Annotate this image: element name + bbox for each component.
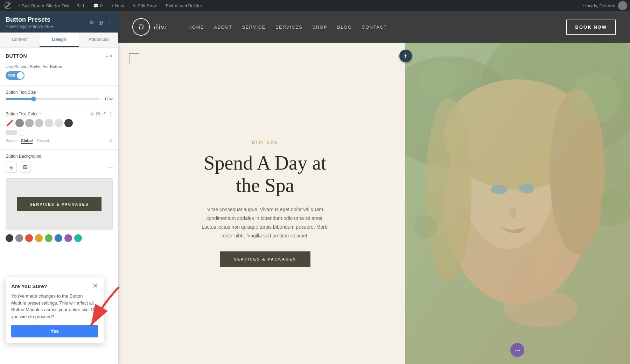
admin-bar-right: Howdy, Deanna [583, 1, 627, 10]
svg-point-8 [550, 88, 605, 254]
admin-bar-new[interactable]: + New [108, 0, 127, 11]
hero-left: DIVI SPA Spend A Day at the Spa Vitae co… [118, 43, 405, 364]
admin-bar-comments[interactable]: 💬 0 [90, 0, 105, 11]
svg-point-11 [519, 184, 534, 193]
color-dark[interactable] [64, 119, 73, 127]
chevron-down-icon: ▾ [51, 24, 53, 29]
color-gray-1[interactable] [15, 119, 24, 127]
hero-cta-button[interactable]: SERVICES & PACKAGES [220, 251, 310, 267]
swatch-green[interactable] [45, 234, 52, 242]
text-color-field: Button Text Color ? ⧉ ⬒ ↺ ⋮ [6, 111, 113, 144]
bg-image-icon[interactable]: 🖼 [20, 162, 31, 173]
swatch-blue[interactable] [55, 234, 62, 242]
svg-point-16 [570, 72, 621, 123]
copy-icon[interactable]: ⧉ [91, 111, 94, 117]
site-nav: HOME ABOUT SERVICE SERVICES SHOP BLOG CO… [188, 24, 387, 30]
logo-text: divi [154, 22, 167, 31]
sidebar-panel: Button Presets Preset: Spa Primary 3D ▾ … [0, 11, 118, 364]
tab-content[interactable]: Content [0, 33, 40, 47]
section-collapse-icon[interactable]: ▴ ✕ [106, 53, 113, 58]
color-gray-2[interactable] [25, 119, 34, 127]
text-size-value: 17px [102, 97, 113, 101]
add-color-icon[interactable]: ↺ [109, 138, 113, 144]
admin-bar-exit-builder[interactable]: Exit Visual Builder [163, 0, 205, 11]
hero-right: ⋯ [405, 43, 630, 364]
confirm-yes-button[interactable]: Yes [11, 325, 98, 337]
color-white-small[interactable] [18, 129, 24, 136]
color-gray-3[interactable] [35, 119, 43, 127]
color-gray-4[interactable] [45, 119, 53, 127]
hero-section: DIVI SPA Spend A Day at the Spa Vitae co… [118, 43, 630, 364]
nav-services[interactable]: SERVICES [275, 24, 303, 30]
bg-field: Button Background ◈ 🖼 — [6, 154, 113, 173]
custom-styles-field: Use Custom Styles For Button YES [6, 64, 113, 80]
nav-contact[interactable]: CONTACT [362, 24, 387, 30]
hero-subtitle: DIVI SPA [198, 140, 331, 145]
bg-value: — [108, 165, 113, 170]
svg-point-15 [421, 61, 458, 98]
swatch-orange[interactable] [35, 234, 43, 242]
color-transparent[interactable] [6, 119, 14, 127]
color-swatch-row [6, 119, 113, 127]
wp-logo-icon[interactable] [3, 1, 13, 10]
swatch-teal[interactable] [74, 234, 82, 242]
button-preview-box: SERVICES & PACKAGES [6, 178, 113, 230]
book-now-button[interactable]: BOOK NOW [566, 20, 616, 35]
color-gray-5[interactable] [55, 119, 63, 127]
swatch-gray[interactable] [15, 234, 23, 242]
color-extra-row [6, 129, 113, 136]
sub-tab-saved[interactable]: Saved [6, 138, 16, 144]
svg-point-14 [504, 291, 577, 327]
svg-rect-13 [504, 263, 531, 300]
nav-home[interactable]: HOME [188, 24, 204, 30]
hero-photo [405, 43, 630, 364]
svg-point-5 [444, 102, 591, 305]
color-sub-tabs: Saved Global Recent ↺ [6, 138, 113, 144]
button-section-title: Button [6, 53, 27, 59]
paste-icon[interactable]: ⬒ [96, 111, 100, 117]
text-size-label: Button Text Size [6, 90, 113, 95]
hero-body: Vitae consequat augue. Vivamus eget dolo… [198, 205, 331, 241]
swatch-dark[interactable] [6, 234, 13, 242]
panel-subtitle[interactable]: Preset: Spa Primary 3D ▾ [6, 24, 53, 29]
text-size-slider-row: 17px [6, 97, 113, 101]
wp-admin-bar: ⌂ Spa Starter Site for Divi ↻ 1 💬 0 + Ne… [0, 0, 630, 11]
nav-about[interactable]: ABOUT [214, 24, 232, 30]
main-layout: Button Presets Preset: Spa Primary 3D ▾ … [0, 11, 630, 364]
tab-advanced[interactable]: Advanced [79, 33, 118, 47]
slider-fill [6, 98, 34, 100]
more-options-icon[interactable]: ⋮ [108, 111, 113, 117]
panel-more-icon[interactable]: ⋮ [107, 19, 113, 26]
tab-design[interactable]: Design [40, 33, 79, 47]
add-module-button[interactable]: + [399, 50, 412, 62]
site-logo[interactable]: D divi [132, 18, 167, 36]
nav-shop[interactable]: SHOP [312, 24, 327, 30]
sub-tab-recent[interactable]: Recent [37, 138, 49, 144]
three-dots-button[interactable]: ⋯ [510, 343, 524, 357]
panel-layout-icon[interactable]: ⊞ [98, 19, 103, 26]
sub-tab-global[interactable]: Global [21, 138, 33, 144]
color-light-rect[interactable] [6, 130, 17, 135]
admin-bar-site[interactable]: ⌂ Spa Starter Site for Divi [15, 3, 71, 8]
slider-thumb[interactable] [31, 97, 36, 101]
custom-styles-toggle[interactable]: YES [6, 71, 24, 80]
nav-blog[interactable]: BLOG [337, 24, 352, 30]
custom-styles-toggle-wrap: YES [6, 71, 113, 80]
confirm-close-button[interactable]: ✕ [93, 283, 98, 289]
swatch-red[interactable] [25, 234, 33, 242]
nav-service[interactable]: SERVICE [242, 24, 266, 30]
site-icon: ⌂ [18, 3, 20, 8]
panel-settings-icon[interactable]: ⚙ [89, 19, 94, 26]
admin-avatar[interactable] [618, 1, 627, 10]
admin-howdy: Howdy, Deanna [583, 3, 615, 8]
preview-button[interactable]: SERVICES & PACKAGES [17, 197, 101, 211]
svg-point-12 [509, 207, 517, 218]
bg-gradient-icon[interactable]: ◈ [6, 162, 17, 173]
text-size-slider[interactable] [6, 98, 99, 100]
admin-bar-updates[interactable]: ↻ 1 [74, 0, 88, 11]
svg-point-7 [444, 79, 591, 190]
swatch-purple[interactable] [64, 234, 72, 242]
reset-icon[interactable]: ↺ [102, 111, 106, 117]
admin-bar-edit-page[interactable]: ✎ Edit Page [130, 0, 160, 11]
panel-title-group: Button Presets Preset: Spa Primary 3D ▾ [6, 16, 53, 29]
